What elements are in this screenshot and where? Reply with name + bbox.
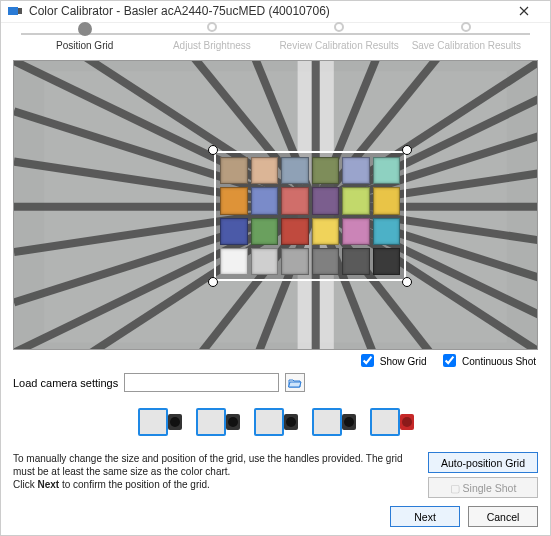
color-calibrator-window: Color Calibrator - Basler acA2440-75ucME… — [0, 0, 551, 536]
app-icon — [7, 3, 23, 19]
camera-thumbnail — [366, 400, 418, 444]
camera-thumbnail — [250, 400, 302, 444]
camera-preview[interactable] — [13, 60, 538, 350]
step-save-results[interactable]: Save Calibration Results — [403, 26, 530, 51]
color-patch — [220, 248, 248, 275]
step-dot — [334, 22, 344, 32]
svg-rect-34 — [140, 410, 166, 434]
grid-handle-top-left[interactable] — [208, 145, 218, 155]
wizard-stepper: Position Grid Adjust Brightness Review C… — [1, 23, 550, 54]
color-patch — [281, 248, 309, 275]
step-review-results[interactable]: Review Calibration Results — [276, 26, 403, 51]
step-dot — [207, 22, 217, 32]
instruction-line: Click Next to confirm the position of th… — [13, 478, 418, 491]
step-dot — [78, 22, 92, 36]
svg-rect-0 — [8, 7, 18, 15]
load-settings-label: Load camera settings — [13, 377, 118, 389]
color-patch — [281, 157, 309, 184]
close-button[interactable] — [504, 1, 544, 22]
svg-rect-46 — [314, 410, 340, 434]
titlebar: Color Calibrator - Basler acA2440-75ucME… — [1, 1, 550, 23]
continuous-shot-label: Continuous Shot — [462, 356, 536, 367]
color-patch — [373, 157, 401, 184]
svg-rect-1 — [18, 8, 22, 14]
folder-open-icon — [288, 377, 302, 389]
color-patch — [342, 248, 370, 275]
step-position-grid[interactable]: Position Grid — [21, 26, 148, 51]
svg-point-44 — [286, 417, 296, 427]
grid-handle-bottom-right[interactable] — [402, 277, 412, 287]
camera-thumbnail — [134, 400, 186, 444]
single-shot-button: ▢ Single Shot — [428, 477, 538, 498]
camera-thumbnail — [308, 400, 360, 444]
color-patch — [281, 187, 309, 214]
side-buttons: Auto-position Grid ▢ Single Shot — [428, 452, 538, 498]
color-patch — [342, 218, 370, 245]
svg-rect-38 — [198, 410, 224, 434]
color-patch — [373, 218, 401, 245]
svg-point-48 — [344, 417, 354, 427]
step-label: Review Calibration Results — [276, 40, 403, 51]
color-patch — [220, 187, 248, 214]
auto-position-grid-button[interactable]: Auto-position Grid — [428, 452, 538, 473]
svg-rect-50 — [372, 410, 398, 434]
color-patch — [312, 157, 340, 184]
color-patch — [342, 157, 370, 184]
color-patch — [251, 218, 279, 245]
load-settings-input[interactable] — [124, 373, 279, 392]
grid-handle-bottom-left[interactable] — [208, 277, 218, 287]
load-settings-row: Load camera settings — [13, 373, 538, 392]
preview-options: Show Grid Continuous Shot — [13, 350, 538, 371]
color-patch — [220, 218, 248, 245]
next-button[interactable]: Next — [390, 506, 460, 527]
show-grid-checkbox[interactable] — [361, 354, 374, 367]
color-patch — [373, 248, 401, 275]
continuous-shot-checkbox[interactable] — [443, 354, 456, 367]
svg-point-52 — [402, 417, 412, 427]
svg-point-36 — [170, 417, 180, 427]
step-label: Adjust Brightness — [148, 40, 275, 51]
color-chart-grid[interactable] — [214, 151, 406, 281]
color-patch — [312, 218, 340, 245]
color-patch — [342, 187, 370, 214]
camera-thumbnail — [192, 400, 244, 444]
color-patch — [312, 187, 340, 214]
svg-point-40 — [228, 417, 238, 427]
color-patch — [251, 248, 279, 275]
window-title: Color Calibrator - Basler acA2440-75ucME… — [29, 4, 504, 18]
step-dot — [461, 22, 471, 32]
instructions-text: To manually change the size and position… — [13, 452, 418, 491]
content-area: Show Grid Continuous Shot Load camera se… — [1, 54, 550, 498]
color-patch — [220, 157, 248, 184]
continuous-shot-option[interactable]: Continuous Shot — [443, 356, 536, 367]
color-patch — [281, 218, 309, 245]
bottom-row: To manually change the size and position… — [13, 452, 538, 498]
cancel-button[interactable]: Cancel — [468, 506, 538, 527]
footer: Next Cancel — [1, 498, 550, 535]
color-patch — [251, 157, 279, 184]
show-grid-option[interactable]: Show Grid — [361, 356, 429, 367]
camera-row — [13, 400, 538, 444]
svg-rect-42 — [256, 410, 282, 434]
show-grid-label: Show Grid — [380, 356, 427, 367]
step-label: Save Calibration Results — [403, 40, 530, 51]
color-patch — [312, 248, 340, 275]
color-patch — [373, 187, 401, 214]
open-file-button[interactable] — [285, 373, 305, 392]
instruction-line: To manually change the size and position… — [13, 452, 418, 478]
color-patch — [251, 187, 279, 214]
step-adjust-brightness[interactable]: Adjust Brightness — [148, 26, 275, 51]
grid-handle-top-right[interactable] — [402, 145, 412, 155]
step-label: Position Grid — [21, 40, 148, 51]
